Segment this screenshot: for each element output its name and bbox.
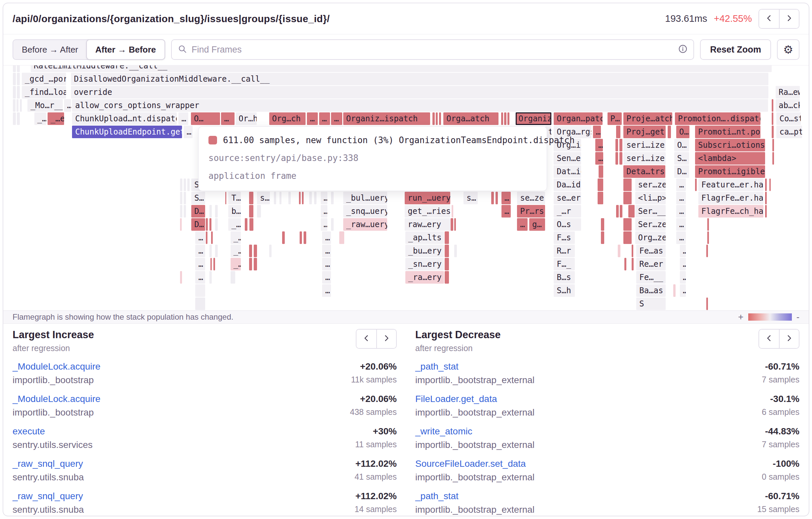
toggle-after-before[interactable]: After → Before [86,39,165,60]
flamegraph-frame[interactable]: … [680,258,686,270]
flamegraph-frame[interactable] [491,192,494,204]
flamegraph-frame[interactable]: … [593,126,601,138]
flamegraph-frame[interactable]: … [195,245,205,257]
flamegraph-frame[interactable]: Org…ze [635,231,666,244]
flamegraph-frame[interactable]: Organiz…ispatch [343,112,430,125]
flamegraph-frame[interactable]: run_…uery [405,192,450,204]
flamegraph-frame[interactable] [215,218,218,231]
flamegraph-frame[interactable] [706,245,708,257]
flamegraph-frame[interactable]: _raw…uery [343,218,387,231]
flamegraph-frame[interactable] [707,218,709,231]
flamegraph-frame[interactable] [209,271,212,284]
flamegraph-frame[interactable]: _bul…uery [343,192,387,204]
function-link[interactable]: FileLoader.get_data [415,394,534,404]
flamegraph-frame[interactable] [504,112,506,125]
flamegraph-frame[interactable] [215,245,218,257]
flamegraph-frame[interactable]: … [322,284,331,297]
flamegraph-frame[interactable] [303,231,306,244]
flamegraph-frame[interactable] [772,99,773,112]
flamegraph-frame[interactable]: ser…ze [635,179,666,191]
flamegraph-frame[interactable]: … [307,112,318,125]
flamegraph-frame[interactable] [13,86,16,99]
flamegraph-frame[interactable]: se…ze [517,192,545,204]
flamegraph-frame[interactable]: … [322,245,331,257]
flamegraph-frame[interactable]: _… [231,231,241,244]
flamegraph-frame[interactable]: _… [231,258,241,270]
flamegraph-frame[interactable] [452,205,453,218]
flamegraph-frame[interactable] [13,99,15,112]
flamegraph-frame[interactable] [620,205,622,218]
flamegraph-frame[interactable]: … [322,258,331,270]
flamegraph-frame[interactable] [20,99,22,112]
flamegraph-frame[interactable] [280,192,282,204]
flamegraph-frame[interactable]: … [501,205,511,218]
flamegraph-frame[interactable]: Ra…ew [776,86,800,99]
flamegraph-frame[interactable]: Orga…atch [443,112,498,125]
flamegraph-frame[interactable] [254,258,257,270]
flamegraph-frame[interactable]: S… [191,192,205,204]
increase-next-button[interactable] [376,330,396,348]
flamegraph-frame[interactable] [17,99,19,112]
flamegraph-frame[interactable] [628,205,635,218]
flamegraph-frame[interactable] [615,139,618,152]
flamegraph-frame[interactable] [445,231,449,244]
flamegraph-frame[interactable] [184,192,186,204]
flamegraph-frame[interactable] [619,139,622,152]
flamegraph-frame[interactable] [187,179,190,191]
flamegraph-frame[interactable] [706,298,708,310]
decrease-next-button[interactable] [779,330,799,348]
flamegraph-frame[interactable]: … [595,139,603,152]
flamegraph-frame[interactable] [13,112,16,125]
settings-button[interactable]: ⚙ [777,39,800,60]
flamegraph-frame[interactable]: RateLimitMiddleware.__call__ [31,65,772,72]
flamegraph-frame[interactable] [624,192,631,204]
flamegraph-frame[interactable] [257,205,261,218]
flamegraph-frame[interactable] [765,205,767,218]
flamegraph-frame[interactable] [436,112,438,125]
flamegraph-frame[interactable] [765,192,767,204]
flamegraph-frame[interactable] [249,258,252,270]
flamegraph-frame[interactable] [772,139,774,152]
flamegraph-frame[interactable]: D… [674,165,689,178]
flamegraph-frame[interactable]: _snq…uery [343,205,387,218]
flamegraph-frame[interactable]: _ap…lts [405,231,444,244]
flamegraph-frame[interactable]: D… [191,205,205,218]
flamegraph-frame-hovered[interactable]: Organizat….dispatch [516,112,551,125]
flamegraph-frame[interactable]: … [319,112,330,125]
flamegraph-frame[interactable] [184,205,186,218]
flamegraph-frame[interactable]: … [595,152,603,165]
flamegraph-frame[interactable] [231,271,235,284]
flamegraph-frame[interactable] [288,192,291,204]
flamegraph-frame[interactable]: _sn…ery [405,258,444,270]
flamegraph-frame[interactable]: _gcd_…port [22,73,66,85]
flamegraph-frame[interactable]: Re…er [636,258,666,270]
flamegraph-frame[interactable]: s… [463,192,478,204]
function-link[interactable]: _raw_snql_query [12,491,84,501]
flamegraph-frame[interactable] [180,192,182,204]
flamegraph-frame[interactable] [772,126,774,138]
flamegraph-frame[interactable] [495,192,498,204]
flamegraph-frame[interactable] [274,192,276,204]
flamegraph-frame[interactable]: … [676,218,686,231]
function-link[interactable]: _write_atomic [415,426,534,437]
flamegraph-frame[interactable] [599,165,604,178]
flamegraph-frame[interactable] [616,205,618,218]
flamegraph-frame[interactable]: seri…ize [624,139,666,152]
flamegraph-frame[interactable]: Subscri…otions [695,139,765,152]
flamegraph-frame[interactable]: seri…ize [624,152,666,165]
flamegraph-frame[interactable] [180,179,182,191]
prev-button[interactable] [759,9,779,28]
flamegraph-frame[interactable] [772,152,774,165]
flamegraph-frame[interactable]: D… [191,218,205,231]
flamegraph-frame[interactable]: … [322,231,331,244]
find-frames-search[interactable] [171,39,694,60]
flamegraph-frame[interactable]: O…s [676,126,690,138]
flamegraph-frame[interactable]: … [195,271,205,284]
flamegraph-frame[interactable] [282,231,285,244]
flamegraph-frame[interactable]: ca…pt [776,126,802,138]
flamegraph-frame[interactable] [618,245,620,257]
flamegraph-frame[interactable]: Fe…__ [636,271,666,284]
flamegraph-frame[interactable]: FlagrFe…ch_has [698,205,763,218]
flamegraph-frame[interactable]: Co…st [776,112,801,125]
flamegraph-frame[interactable] [17,112,20,125]
